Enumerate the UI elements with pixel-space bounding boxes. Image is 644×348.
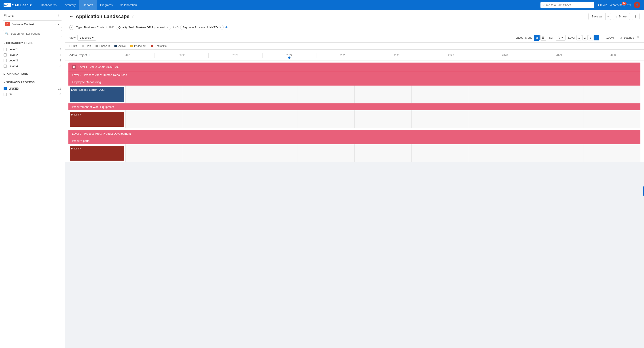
level1-row[interactable]: B Level 1 - Value Chain ACME AG [68,63,640,71]
chevron-right-icon: ▶ [4,73,6,75]
save-as-chevron-icon[interactable]: ▾ [605,13,611,20]
active-filter-bar: ✕ Type: Business Context AND Quality Sea… [69,22,640,33]
grid-layout-icon[interactable]: ⊞ [534,35,540,41]
applications-header[interactable]: ▶ APPLICATIONS [3,71,62,77]
employee-onboarding-row[interactable]: Employee Onboarding [68,79,640,86]
filter-search-input[interactable] [10,32,60,35]
year-2026: 2026 [370,53,424,58]
na-checkbox[interactable] [4,93,7,96]
quality-seal-remove-button[interactable]: ✕ [166,26,168,29]
filter-level-4[interactable]: Level 4 3 [3,63,62,69]
level2-human-resources-row[interactable]: Level 2 - Process Area: Human Resources [68,71,640,79]
and-separator-1: AND [108,26,114,29]
empty-cell-20 [183,144,240,162]
report-header: ← Application Landscape ☆ Save as ▾ ↑ Sh… [65,10,644,33]
report-title: Application Landscape [76,14,130,19]
list-layout-icon[interactable]: ☰ [540,35,546,41]
signavio-process-label: SIGNAVIO PROCESS [6,81,35,84]
procurement-work-row[interactable]: Procurement of Work Equipment [68,103,640,110]
timeline-container[interactable]: Add a Project + 2021 2022 2023 2024 2025… [65,50,644,348]
year-2028: 2028 [478,53,532,58]
sort-label: Sort [549,36,554,39]
timeline-years: 2021 2022 2023 2024 2025 2026 2027 2028 … [100,53,640,58]
level-3-checkbox[interactable] [4,59,7,62]
signavio-process-remove-button[interactable]: ✕ [219,26,221,29]
view-select[interactable]: Lifecycle ▾ [77,35,96,41]
filter-level-2[interactable]: Level 2 3 [3,52,62,58]
add-filter-button[interactable]: + [226,25,228,29]
sidebar-menu-button[interactable]: ⋮ [56,13,61,18]
filter-linked[interactable]: ✓ LINKED 11 [3,86,62,91]
favorite-star-icon[interactable]: ☆ [132,14,135,18]
report-title-row: ← Application Landscape ☆ Save as ▾ ↑ Sh… [69,13,640,20]
quality-seal-label: Quality Seal: [118,26,135,29]
user-avatar[interactable]: 👤 [634,1,640,8]
save-as-button[interactable]: Save as ▾ [588,13,611,20]
ember-contract-cell[interactable]: Ember Contract System (ECS) [68,86,126,103]
level-1-button[interactable]: 1 [576,35,582,40]
settings-button[interactable]: ⚙ Settings [620,36,634,39]
level-1-count: 2 [60,48,61,51]
level-4-checkbox[interactable] [4,65,7,68]
invite-button[interactable]: + Invite [598,3,607,7]
empty-cell-5 [355,86,412,103]
whats-new-button[interactable]: What's new 9+ [610,3,625,7]
zoom-in-button[interactable]: + [615,36,617,39]
nav-diagrams[interactable]: Diagrams [96,0,116,10]
view-select-chevron-icon: ▾ [92,36,94,39]
legend-label-end-of-life: End of life [155,44,166,48]
nav-dashboards[interactable]: Dashboards [37,0,60,10]
procurify-cell-2[interactable]: Procurify [68,144,126,162]
empty-cell-8 [526,86,584,103]
na-label: n/a [8,92,58,96]
level-2-checkbox[interactable] [4,53,7,56]
year-2021: 2021 [100,53,154,58]
procure-parts-row[interactable]: Procure parts [68,137,640,144]
level-3-button[interactable]: 3 [588,35,594,40]
filter-level-1[interactable]: Level 1 2 [3,46,62,52]
hierarchy-level-header[interactable]: ▾ HIERARCHY LEVEL [3,40,62,46]
signavio-process-header[interactable]: ▾ SIGNAVIO PROCESS [3,79,62,86]
procurify-block-2[interactable]: Procurify [70,146,124,161]
empty-cell-16 [469,110,526,128]
help-button[interactable]: ? ▾ [628,3,631,7]
settings-label: Settings [624,36,634,39]
nav-collaboration[interactable]: Collaboration [116,0,141,10]
nav-reports[interactable]: Reports [80,0,97,10]
procurify-block-1[interactable]: Procurify [70,112,124,127]
filter-na[interactable]: n/a 0 [3,91,62,97]
share-button[interactable]: ↑ Share [613,13,630,20]
procurement-work-app-row: Procurify [68,110,640,128]
add-project-button[interactable]: Add a Project + [69,53,100,57]
linked-checkbox[interactable]: ✓ [4,87,7,90]
empty-cell-4 [298,86,355,103]
level-2-button[interactable]: 2 [582,35,588,40]
business-context-filter-tag[interactable]: B Business Context 2 ▾ [3,20,62,28]
empty-cell-14 [355,110,412,128]
applications-section: ▶ APPLICATIONS [0,71,64,77]
hierarchy-level-label: HIERARCHY LEVEL [6,41,33,45]
level-4-button[interactable]: 4 [594,35,599,40]
empty-cell-17 [526,110,584,128]
logo[interactable]: SAP SAP LeanIX [4,3,32,7]
level-1-checkbox[interactable] [4,48,7,51]
global-search-input[interactable] [540,2,594,8]
filter-level-3[interactable]: Level 3 3 [3,58,62,63]
clear-filter-button[interactable]: ✕ [69,25,74,30]
legend-end-of-life: End of life [151,44,166,48]
more-options-button[interactable]: ⋮ [632,13,640,20]
level-4-label: Level 4 [8,64,58,68]
level2-product-development-row[interactable]: Level 2 - Process Area: Product Developm… [68,130,640,137]
procurify-label-1: Procurify [71,113,81,116]
sort-button[interactable]: ⇅ ▾ [556,35,566,41]
procurify-cell-1[interactable]: Procurify [68,110,126,128]
nav-inventory[interactable]: Inventory [60,0,79,10]
and-separator-2: AND [173,26,178,29]
back-button[interactable]: ← [69,14,73,19]
linked-count: 11 [58,87,61,90]
table-view-icon[interactable]: ⊞ [636,35,640,40]
legend-dot-na [69,45,72,47]
ember-contract-block[interactable]: Ember Contract System (ECS) [70,87,124,102]
type-filter-item: Type: Business Context [76,26,107,29]
zoom-out-button[interactable]: — [602,36,605,39]
